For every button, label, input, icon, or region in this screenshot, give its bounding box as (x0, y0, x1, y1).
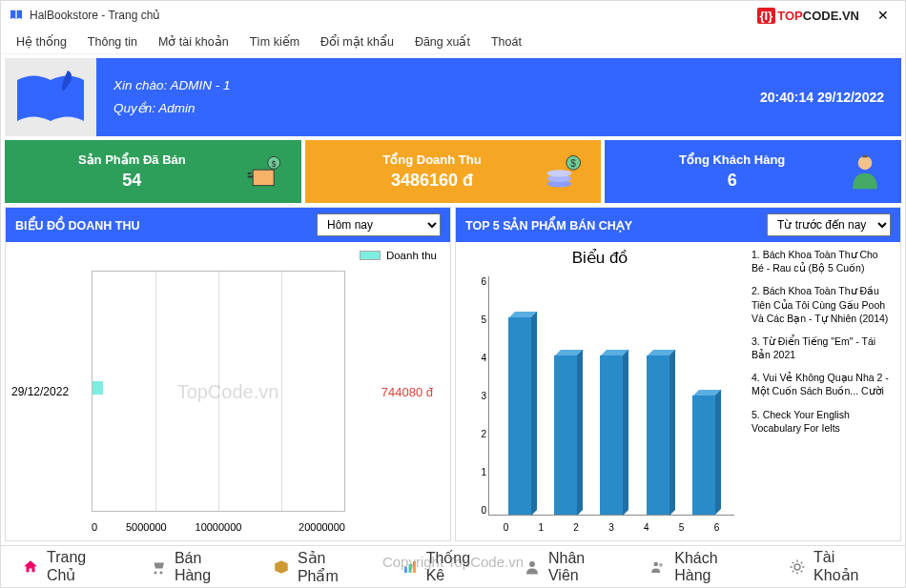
card-customers-value: 6 (620, 171, 844, 191)
customers-icon (649, 558, 667, 576)
svg-point-5 (547, 170, 572, 176)
role-text: Quyền: Admin (113, 97, 760, 120)
list-item: 2. Bách Khoa Toàn Thư Đầu Tiên Của Tôi C… (752, 284, 893, 325)
revenue-range-select[interactable]: Hôm nay (317, 213, 441, 236)
revenue-legend: Doanh thu (360, 250, 437, 261)
chart-icon (402, 558, 419, 576)
tab-accounts[interactable]: Tài Khoản (775, 543, 897, 588)
menu-change-password[interactable]: Đổi mật khẩu (311, 31, 403, 51)
revenue-x-axis: 0 5000000 10000000 20000000 (92, 521, 345, 533)
home-icon (22, 558, 39, 576)
svg-point-13 (654, 561, 658, 565)
menu-open-account[interactable]: Mở tài khoản (149, 31, 238, 51)
tab-customers[interactable]: Khách Hàng (636, 544, 772, 589)
card-sold-value: 54 (20, 171, 244, 191)
tab-home[interactable]: Trang Chủ (9, 543, 133, 588)
menubar: Hệ thống Thông tin Mở tài khoản Tìm kiếm… (1, 30, 905, 54)
panels-row: BIỂU ĐỒ DOANH THU Hôm nay Doanh thu 29/1… (5, 207, 901, 541)
menu-logout[interactable]: Đăng xuất (405, 31, 480, 51)
close-button[interactable]: ✕ (869, 8, 897, 23)
svg-text:$: $ (271, 159, 276, 169)
svg-rect-11 (413, 561, 416, 573)
revenue-bar (93, 381, 103, 395)
bar-4 (647, 355, 669, 516)
svg-point-15 (794, 564, 800, 570)
bar-5 (692, 395, 715, 515)
cart-icon (150, 558, 167, 576)
top-range-select[interactable]: Từ trước đến nay (767, 213, 891, 236)
top-bars (488, 276, 734, 516)
svg-point-12 (529, 561, 535, 567)
revenue-chart: Doanh thu 29/12/2022 744080 đ 0 5000000 … (6, 242, 450, 540)
revenue-value-label: 744080 đ (381, 384, 433, 398)
gear-icon (789, 558, 806, 576)
svg-rect-0 (253, 170, 274, 186)
header-info: Xin chào: ADMIN - 1 Quyền: Admin (96, 74, 760, 121)
app-icon (9, 8, 24, 23)
list-item: 1. Bách Khoa Toàn Thư Cho Bé - Rau củ (B… (752, 248, 893, 274)
revenue-y-label: 29/12/2022 (11, 385, 69, 398)
legend-swatch (360, 251, 381, 260)
tab-staff[interactable]: Nhân Viên (510, 544, 632, 589)
bar-2 (554, 355, 577, 516)
top-chart: Biểu đồ 6543210 (456, 242, 744, 540)
svg-rect-10 (408, 564, 411, 573)
card-revenue-label: Tổng Doanh Thu (320, 152, 545, 167)
top-y-axis: 6543210 (469, 276, 486, 516)
tab-stats[interactable]: Thống Kê (388, 543, 506, 588)
list-item: 5. Check Your English Vocabulary For Iel… (752, 408, 893, 435)
menu-exit[interactable]: Thoát (482, 32, 531, 51)
brand-logo: {I}TOPCODE.VN (757, 9, 859, 23)
tab-sales[interactable]: Bán Hàng (136, 544, 256, 589)
svg-point-14 (659, 562, 663, 566)
top-chart-title: Biểu đồ (456, 242, 744, 274)
svg-rect-9 (404, 567, 407, 573)
card-customers: Tổng Khách Hàng 6 (605, 140, 901, 203)
stat-cards: Sản Phẩm Đã Bán 54 $ Tổng Doanh Thu 3486… (5, 140, 901, 203)
bar-3 (600, 355, 623, 516)
package-icon: $ (244, 151, 286, 193)
greeting-text: Xin chào: ADMIN - 1 (113, 74, 760, 97)
svg-point-8 (858, 156, 873, 171)
revenue-plot-area (92, 271, 345, 512)
menu-search[interactable]: Tìm kiếm (240, 31, 309, 51)
window-title: HalBookstore - Trang chủ (30, 9, 757, 22)
list-item: 4. Vui Vẻ Không Quạu Nha 2 - Một Cuốn Sá… (752, 371, 893, 397)
bottom-nav: Trang Chủ Bán Hàng Sản Phẩm Thống Kê Nhâ… (1, 545, 905, 587)
card-sold-label: Sản Phẩm Đã Bán (20, 152, 244, 167)
revenue-panel: BIỂU ĐỒ DOANH THU Hôm nay Doanh thu 29/1… (5, 207, 451, 541)
card-revenue-value: 3486160 đ (320, 171, 545, 191)
datetime-text: 20:40:14 29/12/2022 (760, 90, 901, 105)
top-x-axis: 0123456 (488, 522, 734, 533)
box-icon (273, 558, 290, 576)
staff-icon (524, 558, 541, 576)
card-sold: Sản Phẩm Đã Bán 54 $ (5, 140, 301, 203)
header-banner: Xin chào: ADMIN - 1 Quyền: Admin 20:40:1… (5, 58, 901, 136)
svg-text:$: $ (571, 158, 577, 169)
revenue-panel-title: BIỂU ĐỒ DOANH THU (15, 218, 309, 233)
top-products-panel: TOP 5 SẢN PHẨM BÁN CHẠY Từ trước đến nay… (455, 207, 901, 541)
top-products-list: 1. Bách Khoa Toàn Thư Cho Bé - Rau củ (B… (744, 242, 900, 540)
book-logo (5, 58, 96, 136)
card-revenue: Tổng Doanh Thu 3486160 đ $ (305, 140, 602, 203)
list-item: 3. Từ Điển Tiếng "Em" - Tái Bản 2021 (752, 335, 893, 361)
top-panel-title: TOP 5 SẢN PHẨM BÁN CHẠY (465, 218, 759, 233)
titlebar: HalBookstore - Trang chủ {I}TOPCODE.VN ✕ (1, 1, 905, 30)
money-stack-icon: $ (544, 151, 586, 193)
user-icon (844, 151, 886, 193)
card-customers-label: Tổng Khách Hàng (620, 152, 844, 167)
tab-products[interactable]: Sản Phẩm (259, 543, 384, 589)
bar-1 (508, 317, 531, 516)
menu-system[interactable]: Hệ thống (7, 31, 76, 51)
menu-info[interactable]: Thông tin (78, 32, 147, 51)
